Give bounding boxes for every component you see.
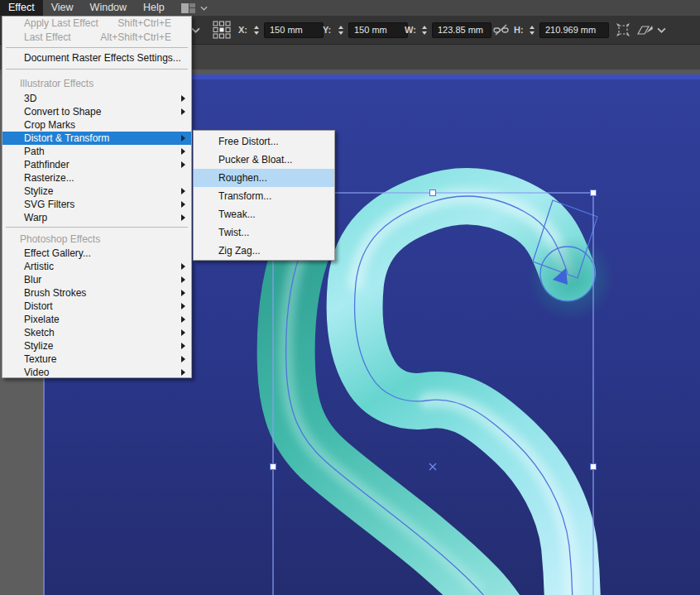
distort-transform-submenu: Free Distort... Pucker & Bloat... Roughe… — [193, 130, 335, 261]
menu-item-svg-filters[interactable]: SVG Filters — [2, 198, 191, 211]
h-stepper[interactable] — [526, 16, 537, 44]
free-transform-icon[interactable] — [615, 16, 631, 44]
submenu-arrow-icon — [181, 95, 185, 102]
menu-bar: Effect View Window Help — [0, 0, 700, 16]
menu-item-pathfinder[interactable]: Pathfinder — [2, 158, 191, 171]
menubar-item-view[interactable]: View — [43, 0, 82, 16]
submenu-arrow-icon — [181, 329, 185, 336]
x-input[interactable]: 150 mm — [264, 22, 324, 38]
menu-item-blur[interactable]: Blur — [2, 273, 191, 286]
menu-item-video[interactable]: Video — [2, 366, 191, 379]
panel-collapse-chevron-icon[interactable] — [191, 16, 200, 44]
submenu-item-zig-zag[interactable]: Zig Zag... — [194, 242, 334, 260]
menu-item-path[interactable]: Path — [2, 145, 191, 158]
menubar-item-help[interactable]: Help — [135, 0, 173, 16]
shear-tool-icon[interactable] — [635, 16, 654, 44]
submenu-item-transform[interactable]: Transform... — [194, 187, 334, 205]
reference-point-locator-icon[interactable] — [213, 16, 231, 44]
menu-item-convert-to-shape[interactable]: Convert to Shape — [2, 105, 191, 118]
selection-handle-top-center[interactable] — [430, 190, 436, 196]
submenu-item-tweak[interactable]: Tweak... — [194, 205, 334, 223]
y-label: Y: — [323, 25, 331, 35]
submenu-arrow-icon — [181, 263, 185, 270]
menu-item-distort-and-transform[interactable]: Distort & Transform — [2, 132, 191, 145]
menu-header-illustrator-effects: Illustrator Effects — [2, 72, 191, 92]
selection-handle-left-middle[interactable] — [271, 464, 276, 470]
menu-item-brush-strokes[interactable]: Brush Strokes — [2, 286, 191, 300]
menu-item-document-raster-effects-settings[interactable]: Document Raster Effects Settings... — [2, 50, 191, 66]
x-label: X: — [238, 25, 247, 35]
menu-item-distort[interactable]: Distort — [2, 300, 191, 313]
menu-item-rasterize[interactable]: Rasterize... — [2, 171, 191, 185]
menu-item-last-effect[interactable]: Last EffectAlt+Shift+Ctrl+E — [2, 31, 191, 45]
menubar-item-window[interactable]: Window — [82, 0, 135, 16]
menu-item-effect-gallery[interactable]: Effect Gallery... — [2, 247, 191, 260]
menu-separator — [2, 224, 191, 230]
menu-item-warp[interactable]: Warp — [2, 211, 191, 224]
submenu-arrow-icon — [181, 290, 185, 296]
submenu-item-free-distort[interactable]: Free Distort... — [194, 132, 334, 151]
x-stepper[interactable] — [251, 16, 261, 44]
menu-item-pixelate[interactable]: Pixelate — [2, 313, 191, 326]
effect-menu: Apply Last EffectShift+Ctrl+E Last Effec… — [2, 16, 192, 378]
submenu-arrow-icon — [181, 356, 185, 362]
submenu-arrow-icon — [181, 369, 185, 376]
illustrator-window: { "menubar": { "items": [ {"label": "Eff… — [0, 0, 700, 595]
w-input[interactable]: 123.85 mm — [432, 22, 491, 38]
submenu-arrow-icon — [181, 276, 185, 283]
y-input[interactable]: 150 mm — [348, 22, 408, 38]
menu-item-texture[interactable]: Texture — [2, 353, 191, 366]
submenu-arrow-icon — [181, 316, 185, 323]
workspace-switcher-icon[interactable] — [181, 3, 195, 13]
menu-item-stylize-ps[interactable]: Stylize — [2, 339, 191, 353]
menu-item-artistic[interactable]: Artistic — [2, 260, 191, 273]
selection-handle-right-middle[interactable] — [591, 464, 597, 470]
submenu-item-twist[interactable]: Twist... — [194, 223, 334, 242]
menu-item-3d[interactable]: 3D — [2, 92, 191, 105]
submenu-arrow-icon — [181, 135, 185, 142]
w-label: W: — [405, 25, 416, 35]
menu-item-stylize[interactable]: Stylize — [2, 185, 191, 198]
submenu-arrow-icon — [181, 303, 185, 309]
menu-separator — [2, 45, 191, 50]
menu-separator — [2, 66, 191, 72]
constrain-proportions-broken-chain-icon[interactable] — [493, 16, 509, 44]
submenu-arrow-icon — [181, 201, 185, 208]
submenu-arrow-icon — [181, 214, 185, 221]
submenu-item-pucker-and-bloat[interactable]: Pucker & Bloat... — [194, 151, 334, 169]
submenu-arrow-icon — [181, 161, 185, 168]
submenu-arrow-icon — [181, 148, 185, 155]
chevron-down-icon[interactable] — [200, 6, 208, 11]
y-stepper[interactable] — [335, 16, 346, 44]
submenu-arrow-icon — [181, 188, 185, 194]
menu-item-apply-last-effect[interactable]: Apply Last EffectShift+Ctrl+E — [2, 17, 191, 31]
selection-handle-top-right[interactable] — [591, 190, 597, 196]
h-input[interactable]: 210.969 mm — [539, 22, 609, 38]
menu-item-sketch[interactable]: Sketch — [2, 326, 191, 339]
menu-item-crop-marks[interactable]: Crop Marks — [2, 118, 191, 132]
more-options-chevron-icon[interactable] — [657, 16, 666, 44]
menubar-item-effect[interactable]: Effect — [0, 0, 43, 16]
submenu-item-roughen[interactable]: Roughen... — [194, 169, 334, 187]
h-label: H: — [514, 25, 524, 35]
submenu-arrow-icon — [181, 343, 185, 349]
w-stepper[interactable] — [419, 16, 429, 44]
menu-header-photoshop-effects: Photoshop Effects — [2, 230, 191, 247]
submenu-arrow-icon — [181, 108, 185, 115]
